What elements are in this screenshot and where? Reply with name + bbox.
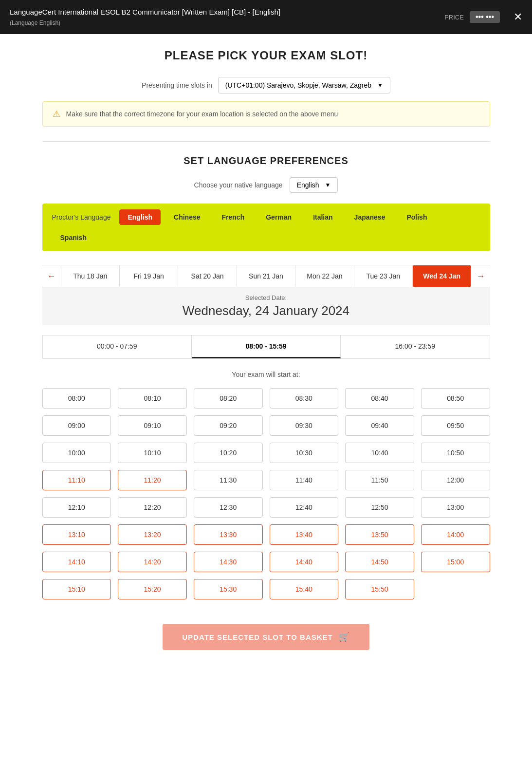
time-slot-0830[interactable]: 08:30 (270, 388, 339, 409)
time-slot-0910[interactable]: 09:10 (118, 415, 187, 436)
date-items: Thu 18 Jan Fri 19 Jan Sat 20 Jan Sun 21 … (61, 265, 472, 287)
timezone-value: (UTC+01:00) Sarajevo, Skopje, Warsaw, Za… (225, 81, 371, 89)
header-title-area: LanguageCert International ESOL B2 Commu… (10, 7, 444, 27)
time-slot-1010[interactable]: 10:10 (118, 443, 187, 463)
date-navigation: ← Thu 18 Jan Fri 19 Jan Sat 20 Jan Sun 2… (42, 265, 490, 287)
proctor-lang-english[interactable]: English (119, 209, 161, 225)
timezone-label: Presenting time slots in (142, 81, 212, 89)
time-slot-1310[interactable]: 13:10 (42, 524, 111, 545)
date-tue23[interactable]: Tue 23 Jan (354, 265, 413, 287)
time-range-1600[interactable]: 16:00 - 23:59 (341, 335, 489, 358)
date-mon22[interactable]: Mon 22 Jan (295, 265, 354, 287)
time-slot-1040[interactable]: 10:40 (345, 443, 414, 463)
time-slot-1150[interactable]: 11:50 (345, 470, 414, 490)
section-divider (42, 141, 490, 142)
exam-subtitle: (Language English) (10, 19, 60, 26)
proctor-lang-japanese[interactable]: Japanese (346, 209, 394, 225)
price-value: ••• ••• (470, 11, 500, 23)
exam-title: LanguageCert International ESOL B2 Commu… (10, 8, 280, 16)
time-slot-1230[interactable]: 12:30 (194, 497, 263, 518)
time-slot-1430[interactable]: 14:30 (194, 552, 263, 572)
time-slot-1440[interactable]: 14:40 (270, 552, 339, 572)
time-slot-0850[interactable]: 08:50 (421, 388, 490, 409)
time-slot-1340[interactable]: 13:40 (270, 524, 339, 545)
time-slot-0810[interactable]: 08:10 (118, 388, 187, 409)
native-language-chevron-icon: ▼ (325, 182, 331, 188)
time-slot-0800[interactable]: 08:00 (42, 388, 111, 409)
warning-text: Make sure that the correct timezone for … (66, 110, 338, 118)
date-thu18[interactable]: Thu 18 Jan (61, 265, 120, 287)
proctor-lang-french[interactable]: French (214, 209, 253, 225)
time-slot-0900[interactable]: 09:00 (42, 415, 111, 436)
time-slot-1500[interactable]: 15:00 (421, 552, 490, 572)
time-slot-1140[interactable]: 11:40 (270, 470, 339, 490)
native-language-value: English (297, 181, 319, 189)
time-range-0000[interactable]: 00:00 - 07:59 (43, 335, 192, 358)
timezone-select[interactable]: (UTC+01:00) Sarajevo, Skopje, Warsaw, Za… (218, 77, 390, 93)
selected-date-value: Wednesday, 24 January 2024 (49, 303, 483, 318)
time-slot-1120[interactable]: 11:20 (118, 470, 187, 490)
proctor-lang-chinese[interactable]: Chinese (165, 209, 208, 225)
basket-btn-label: UPDATE SELECTED SLOT TO BASKET (182, 633, 332, 641)
time-slot-1350[interactable]: 13:50 (345, 524, 414, 545)
time-slot-1030[interactable]: 10:30 (270, 443, 339, 463)
price-label: PRICE (444, 14, 464, 21)
date-fri19[interactable]: Fri 19 Jan (120, 265, 178, 287)
time-slot-1110[interactable]: 11:10 (42, 470, 111, 490)
time-slot-0940[interactable]: 09:40 (345, 415, 414, 436)
proctor-lang-german[interactable]: German (257, 209, 300, 225)
selected-date-label: Selected Date: (49, 294, 483, 301)
header-price-area: PRICE ••• ••• ✕ (444, 11, 522, 23)
time-slot-1240[interactable]: 12:40 (270, 497, 339, 518)
time-slot-1450[interactable]: 14:50 (345, 552, 414, 572)
time-slot-1050[interactable]: 10:50 (421, 443, 490, 463)
time-slot-1220[interactable]: 12:20 (118, 497, 187, 518)
time-slot-1400[interactable]: 14:00 (421, 524, 490, 545)
time-slot-1510[interactable]: 15:10 (42, 579, 111, 599)
next-date-arrow[interactable]: → (472, 265, 490, 287)
time-slot-1300[interactable]: 13:00 (421, 497, 490, 518)
time-slot-1000[interactable]: 10:00 (42, 443, 111, 463)
language-section-title: SET LANGUAGE PREFERENCES (42, 155, 490, 167)
time-slot-1550[interactable]: 15:50 (345, 579, 414, 599)
time-slot-1130[interactable]: 11:30 (194, 470, 263, 490)
time-slot-1330[interactable]: 13:30 (194, 524, 263, 545)
time-slot-1020[interactable]: 10:20 (194, 443, 263, 463)
native-language-label: Choose your native language (194, 181, 283, 189)
exam-start-label: Your exam will start at: (42, 371, 490, 378)
native-language-dropdown[interactable]: English ▼ (290, 177, 338, 193)
close-button[interactable]: ✕ (514, 11, 522, 23)
basket-icon: 🛒 (339, 632, 350, 642)
time-slot-0820[interactable]: 08:20 (194, 388, 263, 409)
proctor-lang-spanish[interactable]: Spanish (52, 230, 95, 245)
time-slot-1540[interactable]: 15:40 (270, 579, 339, 599)
proctor-language-bar: Proctor's Language English Chinese Frenc… (42, 204, 490, 251)
timezone-row: Presenting time slots in (UTC+01:00) Sar… (42, 77, 490, 93)
date-wed24[interactable]: Wed 24 Jan (413, 265, 471, 287)
time-slot-1250[interactable]: 12:50 (345, 497, 414, 518)
time-slot-0950[interactable]: 09:50 (421, 415, 490, 436)
time-slot-1210[interactable]: 12:10 (42, 497, 111, 518)
time-range-0800[interactable]: 08:00 - 15:59 (192, 335, 341, 358)
time-slot-1420[interactable]: 14:20 (118, 552, 187, 572)
main-content: PLEASE PICK YOUR EXAM SLOT! Presenting t… (23, 34, 510, 679)
time-slot-0840[interactable]: 08:40 (345, 388, 414, 409)
basket-btn-area: UPDATE SELECTED SLOT TO BASKET 🛒 (42, 614, 490, 665)
time-slot-1320[interactable]: 13:20 (118, 524, 187, 545)
proctor-lang-polish[interactable]: Polish (398, 209, 435, 225)
time-slot-1530[interactable]: 15:30 (194, 579, 263, 599)
time-slot-1200[interactable]: 12:00 (421, 470, 490, 490)
time-slot-0930[interactable]: 09:30 (270, 415, 339, 436)
warning-icon: ⚠ (53, 109, 60, 119)
time-slot-1410[interactable]: 14:10 (42, 552, 111, 572)
warning-box: ⚠ Make sure that the correct timezone fo… (42, 101, 490, 127)
update-basket-button[interactable]: UPDATE SELECTED SLOT TO BASKET 🛒 (163, 624, 369, 650)
date-sat20[interactable]: Sat 20 Jan (178, 265, 237, 287)
proctor-lang-italian[interactable]: Italian (305, 209, 341, 225)
time-slot-1520[interactable]: 15:20 (118, 579, 187, 599)
timezone-chevron-icon: ▼ (377, 82, 383, 89)
time-slot-0920[interactable]: 09:20 (194, 415, 263, 436)
time-range-tabs: 00:00 - 07:59 08:00 - 15:59 16:00 - 23:5… (42, 335, 490, 359)
date-sun21[interactable]: Sun 21 Jan (237, 265, 295, 287)
prev-date-arrow[interactable]: ← (42, 265, 61, 287)
